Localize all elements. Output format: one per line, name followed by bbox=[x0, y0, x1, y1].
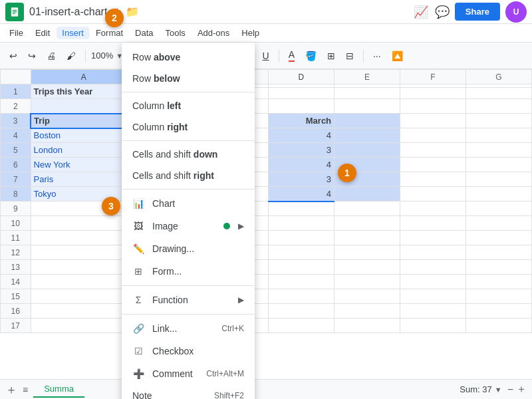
insert-form[interactable]: ⊞ Form... bbox=[122, 260, 255, 283]
comment-icon[interactable]: 💬 bbox=[435, 5, 450, 19]
insert-link[interactable]: 🔗 Link... Ctrl+K bbox=[122, 317, 255, 340]
cell-e8[interactable] bbox=[334, 187, 400, 201]
cell-f13[interactable] bbox=[400, 260, 466, 275]
borders-button[interactable]: ⊞ bbox=[323, 48, 339, 64]
cell-f3[interactable] bbox=[400, 114, 466, 128]
cell-e9[interactable] bbox=[334, 201, 400, 216]
cell-d8[interactable]: 4 bbox=[268, 187, 334, 201]
col-header-g[interactable]: G bbox=[466, 70, 531, 84]
menu-data[interactable]: Data bbox=[130, 27, 158, 39]
insert-comment[interactable]: ➕ Comment Ctrl+Alt+M bbox=[122, 362, 255, 385]
cell-f11[interactable] bbox=[400, 231, 466, 245]
cell-f7[interactable] bbox=[400, 172, 466, 187]
cell-d4[interactable]: 4 bbox=[268, 128, 334, 143]
insert-cells-shift-down[interactable]: Cells and shift down bbox=[122, 144, 255, 165]
cell-a10[interactable] bbox=[31, 216, 136, 231]
menu-addons[interactable]: Add-ons bbox=[192, 27, 235, 39]
cell-e17[interactable] bbox=[334, 319, 400, 333]
cell-a11[interactable] bbox=[31, 231, 136, 245]
cell-g7[interactable] bbox=[466, 172, 531, 187]
cell-d14[interactable] bbox=[268, 275, 334, 289]
cell-g16[interactable] bbox=[466, 304, 531, 319]
cell-d7[interactable]: 3 bbox=[268, 172, 334, 187]
cell-f6[interactable] bbox=[400, 158, 466, 172]
cell-a16[interactable] bbox=[31, 304, 136, 319]
insert-checkbox[interactable]: ☑ Checkbox bbox=[122, 340, 255, 362]
zoom-out-button[interactable]: − bbox=[507, 384, 513, 396]
cell-g14[interactable] bbox=[466, 275, 531, 289]
cell-e3[interactable] bbox=[334, 114, 400, 128]
cell-e5[interactable] bbox=[334, 143, 400, 158]
cell-d11[interactable] bbox=[268, 231, 334, 245]
cell-d15[interactable] bbox=[268, 289, 334, 304]
cell-g2[interactable] bbox=[466, 99, 531, 114]
cell-f14[interactable] bbox=[400, 275, 466, 289]
cell-d10[interactable] bbox=[268, 216, 334, 231]
cell-g8[interactable] bbox=[466, 187, 531, 201]
menu-insert[interactable]: Insert bbox=[57, 27, 89, 39]
cell-a17[interactable] bbox=[31, 319, 136, 333]
cell-g15[interactable] bbox=[466, 289, 531, 304]
cell-f4[interactable] bbox=[400, 128, 466, 143]
cell-f12[interactable] bbox=[400, 245, 466, 260]
cell-f5[interactable] bbox=[400, 143, 466, 158]
more-button[interactable]: ··· bbox=[369, 48, 385, 64]
menu-format[interactable]: Format bbox=[90, 27, 128, 39]
cell-e13[interactable] bbox=[334, 260, 400, 275]
cell-a13[interactable] bbox=[31, 260, 136, 275]
cell-d17[interactable] bbox=[268, 319, 334, 333]
cell-a15[interactable] bbox=[31, 289, 136, 304]
add-sheet-button[interactable]: ＋ bbox=[5, 382, 17, 398]
user-avatar[interactable]: U bbox=[505, 1, 527, 23]
toolbar-collapse-button[interactable]: 🔼 bbox=[388, 48, 407, 64]
cell-d3[interactable]: March bbox=[268, 114, 334, 128]
cell-d6[interactable]: 4 bbox=[268, 158, 334, 172]
cell-g12[interactable] bbox=[466, 245, 531, 260]
cell-e11[interactable] bbox=[334, 231, 400, 245]
cell-g9[interactable] bbox=[466, 201, 531, 216]
cell-a7[interactable]: Paris bbox=[31, 172, 136, 187]
cell-e12[interactable] bbox=[334, 245, 400, 260]
cell-g5[interactable] bbox=[466, 143, 531, 158]
insert-col-right[interactable]: Column right bbox=[122, 116, 255, 138]
fill-color-button[interactable]: 🪣 bbox=[301, 48, 321, 64]
share-button[interactable]: Share bbox=[455, 3, 500, 21]
zoom-level[interactable]: 100% bbox=[91, 51, 113, 61]
cell-f2[interactable] bbox=[400, 99, 466, 114]
document-title[interactable]: 01-insert-a-chart bbox=[29, 6, 107, 18]
cell-a4[interactable]: Boston bbox=[31, 128, 136, 143]
menu-file[interactable]: File bbox=[4, 27, 29, 39]
cell-a8[interactable]: Tokyo bbox=[31, 187, 136, 201]
insert-row-below[interactable]: Row below bbox=[122, 68, 255, 89]
cell-f10[interactable] bbox=[400, 216, 466, 231]
paint-format-button[interactable]: 🖌 bbox=[63, 48, 80, 64]
folder-icon[interactable]: 📁 bbox=[126, 5, 139, 18]
menu-tools[interactable]: Tools bbox=[160, 27, 191, 39]
cell-g4[interactable] bbox=[466, 128, 531, 143]
undo-button[interactable]: ↩ bbox=[5, 48, 21, 64]
col-header-f[interactable]: F bbox=[400, 70, 466, 84]
sheet-list-button[interactable]: ≡ bbox=[23, 384, 28, 395]
cell-d16[interactable] bbox=[268, 304, 334, 319]
cell-d1[interactable] bbox=[268, 84, 334, 99]
col-header-a[interactable]: A bbox=[31, 70, 136, 84]
cell-e4[interactable] bbox=[334, 128, 400, 143]
insert-cells-shift-right[interactable]: Cells and shift right bbox=[122, 165, 255, 186]
insert-note[interactable]: Note Shift+F2 bbox=[122, 385, 255, 399]
cell-e15[interactable] bbox=[334, 289, 400, 304]
cell-e2[interactable] bbox=[334, 99, 400, 114]
sheet-tab-summa[interactable]: Summa bbox=[33, 381, 84, 398]
cell-f15[interactable] bbox=[400, 289, 466, 304]
cell-g11[interactable] bbox=[466, 231, 531, 245]
zoom-in-button[interactable]: ＋ bbox=[516, 382, 527, 396]
cell-f16[interactable] bbox=[400, 304, 466, 319]
cell-f1[interactable] bbox=[400, 84, 466, 99]
cell-f17[interactable] bbox=[400, 319, 466, 333]
cell-d2[interactable] bbox=[268, 99, 334, 114]
col-header-e[interactable]: E bbox=[334, 70, 400, 84]
cell-d5[interactable]: 3 bbox=[268, 143, 334, 158]
cell-e1[interactable] bbox=[334, 84, 400, 99]
cell-g10[interactable] bbox=[466, 216, 531, 231]
menu-edit[interactable]: Edit bbox=[30, 27, 55, 39]
insert-function[interactable]: Σ Function ▶ bbox=[122, 289, 255, 311]
